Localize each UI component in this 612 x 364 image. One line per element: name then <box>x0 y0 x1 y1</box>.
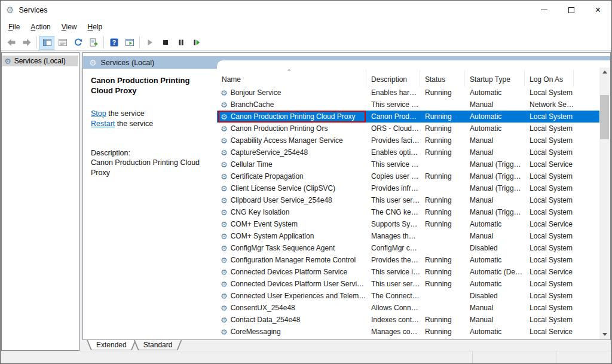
service-startup-type: Automatic (De… <box>465 268 525 276</box>
vertical-scrollbar[interactable] <box>599 68 610 339</box>
status-bar <box>1 351 611 363</box>
services-list: ⌃ Name Description Status Startup Type L… <box>217 60 610 339</box>
selected-service-title: Canon Production Printing Cloud Proxy <box>91 75 211 96</box>
service-logon: Network Se… <box>525 100 574 109</box>
service-gear-icon: ⚙ <box>221 197 228 204</box>
show-console-tree-button[interactable] <box>39 36 54 50</box>
service-name: Clipboard User Service_254e48 <box>231 196 332 204</box>
service-status: Running <box>420 172 465 181</box>
help-button[interactable]: ? <box>106 36 121 50</box>
service-name: Configuration Manager Remote Control <box>231 256 356 264</box>
maximize-button[interactable] <box>558 1 585 19</box>
tab-extended[interactable]: Extended <box>87 340 136 350</box>
service-name: Client License Service (ClipSVC) <box>231 184 335 192</box>
table-row[interactable]: ⚙ COM+ Event System Supports Sy… Running… <box>217 218 599 230</box>
table-row[interactable]: ⚙ Connected User Experiences and Telem… … <box>217 290 599 302</box>
service-gear-icon: ⚙ <box>221 101 228 109</box>
stop-service-button[interactable] <box>158 36 173 50</box>
scroll-down-icon <box>602 333 607 336</box>
table-row[interactable]: ⚙ COM+ System Application Manages th… Ma… <box>217 230 599 242</box>
table-row[interactable]: ⚙ Bonjour Service Enables har… Running A… <box>217 87 599 99</box>
tab-standard[interactable]: Standard <box>134 340 182 350</box>
services-rows: ⚙ Bonjour Service Enables har… Running A… <box>217 87 599 338</box>
menu-action[interactable]: Action <box>25 20 56 33</box>
service-logon: Local System <box>525 172 574 181</box>
scrollbar-thumb[interactable] <box>600 95 609 139</box>
service-gear-icon: ⚙ <box>221 173 228 181</box>
column-header-startup-type[interactable]: Startup Type <box>465 70 525 87</box>
refresh-icon <box>74 38 83 47</box>
column-header-log-on-as[interactable]: Log On As <box>525 70 574 87</box>
table-row[interactable]: ⚙ Cellular Time This service … Manual (T… <box>217 158 599 170</box>
table-row[interactable]: ⚙ Connected Devices Platform Service Thi… <box>217 266 599 278</box>
table-row[interactable]: ⚙ Connected Devices Platform User Servi…… <box>217 278 599 290</box>
service-startup-type: Manual (Trigg… <box>465 184 525 192</box>
close-button[interactable]: × <box>585 1 611 19</box>
column-header-description[interactable]: Description <box>366 70 420 87</box>
service-name: ConsentUX_254e48 <box>231 304 295 312</box>
table-row[interactable]: ⚙ Client License Service (ClipSVC) Provi… <box>217 182 599 194</box>
status-bar-panel <box>556 351 611 363</box>
table-row[interactable]: ⚙ ConfigMgr Task Sequence Agent ConfigMg… <box>217 242 599 254</box>
service-logon: Local Service <box>525 220 574 228</box>
back-icon <box>7 38 16 47</box>
table-row[interactable]: ⚙ Capability Access Manager Service Prov… <box>217 134 599 146</box>
table-row[interactable]: ⚙ Canon Production Printing Ors ORS - Cl… <box>217 123 599 134</box>
service-description: Allows Conn… <box>366 304 420 312</box>
service-status: Running <box>420 316 465 324</box>
table-header: ⌃ Name Description Status Startup Type L… <box>217 70 599 87</box>
table-row[interactable]: ⚙ CNG Key Isolation The CNG ke… Running … <box>217 206 599 218</box>
service-status: Running <box>420 112 465 121</box>
export-list-button[interactable] <box>86 36 101 50</box>
table-row[interactable]: ⚙ BranchCache This service … Manual Netw… <box>217 99 599 111</box>
start-service-icon <box>145 38 155 47</box>
stop-service-link[interactable]: Stop <box>91 109 106 118</box>
service-status: Running <box>420 136 465 145</box>
back-button[interactable] <box>4 36 19 50</box>
service-gear-icon: ⚙ <box>221 221 228 228</box>
service-logon: Local System <box>525 148 574 157</box>
minimize-icon <box>541 10 547 10</box>
forward-button[interactable] <box>19 36 34 50</box>
table-row[interactable]: ⚙ CaptureService_254e48 Enables opti… Ru… <box>217 146 599 158</box>
service-logon: Local System <box>525 280 574 288</box>
start-service-button[interactable] <box>142 36 157 50</box>
refresh-button[interactable] <box>71 36 85 50</box>
table-row[interactable]: ⚙ Clipboard User Service_254e48 This use… <box>217 194 599 206</box>
table-row[interactable]: ⚙ ConsentUX_254e48 Allows Conn… Manual L… <box>217 302 599 314</box>
scroll-up-button[interactable] <box>599 68 610 77</box>
service-logon: Local System <box>525 256 574 264</box>
pause-service-button[interactable] <box>173 36 188 50</box>
service-logon: Local System <box>525 196 574 204</box>
service-status: Running <box>420 280 465 288</box>
menu-view[interactable]: View <box>56 20 82 33</box>
properties-button[interactable] <box>55 36 70 50</box>
minimize-button[interactable] <box>531 1 558 19</box>
svg-text:?: ? <box>112 39 115 46</box>
service-description: Canon Prod… <box>366 112 420 121</box>
service-description: This service … <box>366 100 420 109</box>
service-name: Canon Production Printing Ors <box>231 124 328 133</box>
show-action-pane-button[interactable] <box>122 36 137 50</box>
table-row[interactable]: ⚙ CoreMessaging Manages co… Running Auto… <box>217 326 599 338</box>
service-logon: Local System <box>525 316 574 324</box>
service-name: Bonjour Service <box>231 88 281 97</box>
column-header-status[interactable]: Status <box>420 70 465 87</box>
table-row[interactable]: ⚙ Contact Data_254e48 Indexes cont… Runn… <box>217 314 599 326</box>
table-row[interactable]: ⚙ Configuration Manager Remote Control P… <box>217 254 599 266</box>
table-row[interactable]: ⚙ Certificate Propagation Copies user … … <box>217 170 599 182</box>
tree-item-services-local[interactable]: ⚙ Services (Local) <box>2 56 78 66</box>
restart-service-icon <box>192 38 201 47</box>
service-startup-type: Manual <box>465 304 525 312</box>
service-gear-icon: ⚙ <box>221 149 228 157</box>
extended-detail-pane: Canon Production Printing Cloud Proxy St… <box>83 53 217 339</box>
scroll-down-button[interactable] <box>599 330 610 339</box>
restart-service-link[interactable]: Restart <box>91 120 115 128</box>
stop-service-line: Stop the service <box>91 109 211 119</box>
table-row[interactable]: ⚙ Canon Production Printing Cloud Proxy … <box>217 111 599 123</box>
restart-service-button[interactable] <box>189 36 204 50</box>
menu-help[interactable]: Help <box>82 20 108 33</box>
description-text: Canon Production Printing Cloud Proxy <box>91 158 215 178</box>
menu-file[interactable]: File <box>3 20 25 33</box>
service-description: The Connect… <box>366 292 420 300</box>
